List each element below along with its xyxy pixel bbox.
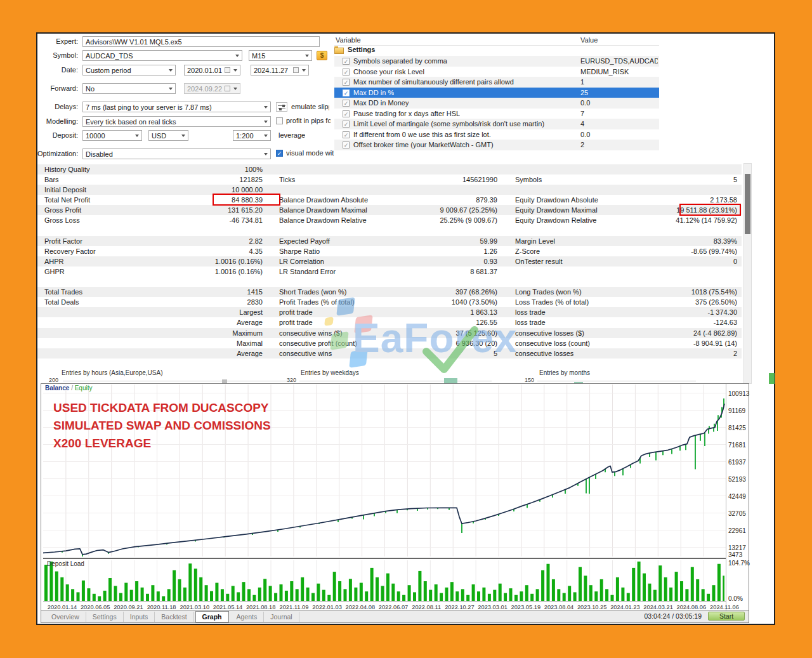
input-checkbox[interactable] — [343, 89, 350, 96]
tab-overview[interactable]: Overview — [45, 612, 86, 622]
input-checkbox[interactable] — [343, 110, 350, 117]
leverage-select[interactable]: 1:200 — [233, 130, 271, 141]
date-to-input[interactable]: 2024.11.27 — [251, 65, 309, 76]
x-axis-tick: 2022.10.27 — [445, 604, 475, 610]
profit-in-pips-checkbox[interactable] — [276, 117, 283, 124]
stat-value: 1018 (75.54%) — [623, 288, 737, 296]
stat-value: Average — [136, 319, 263, 326]
stat-value: -8.65 (99.74%) — [623, 247, 737, 255]
optimization-select[interactable]: Disabled — [82, 148, 271, 159]
stat-value: -1 374.30 — [623, 308, 737, 316]
legend-separator: / — [71, 385, 73, 392]
stat-label: loss trade — [515, 308, 546, 316]
tab-agents[interactable]: Agents — [230, 612, 265, 622]
x-axis-tick: 2020.09.21 — [114, 604, 143, 610]
visual-mode-checkbox[interactable] — [276, 150, 283, 157]
input-row[interactable]: Symbols separated by commaEURUSD_TDS,AUD… — [334, 56, 659, 67]
settings-group-row[interactable]: Settings — [334, 46, 659, 55]
period-select[interactable]: M15 — [249, 50, 312, 61]
input-checkbox[interactable] — [343, 121, 350, 128]
symbol-select[interactable]: AUDCAD_TDS — [82, 50, 242, 61]
symbol-label: Symbol: — [37, 50, 78, 59]
stat-label: Equity Drawdown Maximal — [515, 206, 598, 214]
stat-value: Maximal — [136, 339, 263, 347]
stat-label: Gross Loss — [44, 216, 80, 224]
stat-label: consecutive wins ($) — [279, 329, 343, 337]
stat-row: AHPR1.0016 (0.16%)LR Correlation0.93OnTe… — [37, 256, 742, 266]
input-row[interactable]: Offset broker time (your MarketWatch - G… — [334, 140, 659, 150]
stat-label: profit trade — [279, 319, 313, 326]
entries-by-weekdays-max: 320 — [287, 377, 296, 383]
stat-label: consecutive profit (count) — [279, 339, 357, 347]
stat-value: 1.26 — [383, 247, 497, 255]
profit-in-pips-label: profit in pips for fa — [286, 117, 331, 124]
deposit-amount-select[interactable]: 10000 — [82, 130, 142, 141]
date-from-input[interactable]: 2020.01.01 — [184, 65, 240, 76]
stat-value: 879.39 — [383, 196, 497, 204]
stat-label: LR Standard Error — [279, 268, 336, 275]
start-button[interactable]: Start — [708, 612, 745, 621]
input-checkbox[interactable] — [343, 79, 350, 86]
x-axis-tick: 2021.05.14 — [213, 604, 243, 610]
tab-graph[interactable]: Graph — [195, 611, 229, 622]
stat-value: 83.39% — [623, 237, 737, 245]
annotation-line: X200 LEVERAGE — [53, 435, 271, 452]
inputs-header: Variable Value — [334, 36, 659, 46]
optimization-label: Optimization: — [37, 148, 78, 157]
stat-label: Long Trades (won %) — [515, 288, 582, 296]
delays-select[interactable]: 7 ms (last ping to your server is 7.87 m… — [82, 102, 271, 112]
graph-window: Balance / Equity USED TICKDATA FROM DUCA… — [41, 383, 749, 623]
x-axis-tick: 2023.10.25 — [577, 604, 607, 610]
stat-label: Profit Trades (% of total) — [279, 298, 355, 306]
stat-value: 2.82 — [136, 237, 263, 245]
input-checkbox[interactable] — [343, 141, 350, 148]
stat-value: 1.0016 (0.16%) — [136, 268, 263, 275]
y-axis-tick: 100913 — [728, 390, 749, 397]
expert-input[interactable]: Advisors\WW V1.01 MQL5.ex5 — [82, 36, 320, 47]
stat-label: consecutive wins — [279, 350, 332, 357]
highlight-box-equity-drawdown — [679, 204, 741, 216]
input-checkbox[interactable] — [343, 100, 350, 107]
stat-label: Sharpe Ratio — [279, 247, 320, 255]
stat-value: 131 615.20 — [136, 206, 263, 214]
y-axis-tick: 71681 — [728, 442, 746, 449]
stat-row: Total Net Profit84 880.39Balance Drawdow… — [37, 195, 742, 205]
axis-line — [63, 381, 295, 381]
forward-date-input: 2024.09.22 — [184, 83, 240, 94]
deposit-currency-select[interactable]: USD — [148, 130, 188, 141]
desktop: { "form": { "expert": { "label": "Expert… — [0, 0, 812, 658]
input-row[interactable]: Max number of simultanuously different p… — [334, 77, 659, 88]
x-axis-tick: 2021.03.10 — [180, 604, 210, 610]
stat-label: Total Net Profit — [44, 196, 90, 204]
input-row[interactable]: If different from 0 we use this as first… — [334, 129, 659, 140]
stat-value: Maximum — [136, 329, 263, 337]
y-axis-tick: 13217 — [728, 544, 746, 551]
input-checkbox[interactable] — [343, 69, 350, 76]
stat-row: Total Deals2830Profit Trades (% of total… — [37, 297, 742, 307]
symbol-properties-icon[interactable] — [317, 51, 327, 60]
tab-inputs[interactable]: Inputs — [124, 612, 155, 622]
stat-label: Equity Drawdown Relative — [515, 216, 596, 224]
input-checkbox[interactable] — [343, 131, 350, 138]
stats-scrollbar[interactable] — [743, 163, 752, 384]
latency-settings-icon[interactable] — [276, 102, 287, 112]
input-row[interactable]: Choose your risk LevelMEDIUM_RISK — [334, 67, 659, 77]
axis-line — [299, 381, 492, 381]
tab-settings[interactable]: Settings — [86, 612, 124, 622]
scrollbar-thumb[interactable] — [745, 174, 750, 234]
input-row[interactable]: Max DD in Money0.0 — [334, 98, 659, 109]
tab-backtest[interactable]: Backtest — [155, 612, 193, 622]
modelling-select[interactable]: Every tick based on real ticks — [82, 116, 271, 127]
input-row[interactable]: Max DD in %25 — [334, 88, 659, 98]
date-mode-select[interactable]: Custom period — [82, 65, 176, 76]
x-axis-tick: 2021.08.18 — [246, 604, 276, 610]
forward-select[interactable]: No — [82, 83, 176, 94]
delays-label: Delays: — [37, 102, 78, 110]
input-row[interactable]: Limit Level of martingale (some symbols/… — [334, 119, 659, 129]
input-checkbox[interactable] — [343, 58, 350, 65]
stat-value: 6 936.30 (20) — [383, 339, 497, 347]
stat-spacer — [37, 226, 742, 236]
input-row[interactable]: Pause trading for x days after HSL7 — [334, 109, 659, 119]
tab-journal[interactable]: Journal — [264, 612, 299, 622]
input-value: 0.0 — [580, 131, 658, 138]
